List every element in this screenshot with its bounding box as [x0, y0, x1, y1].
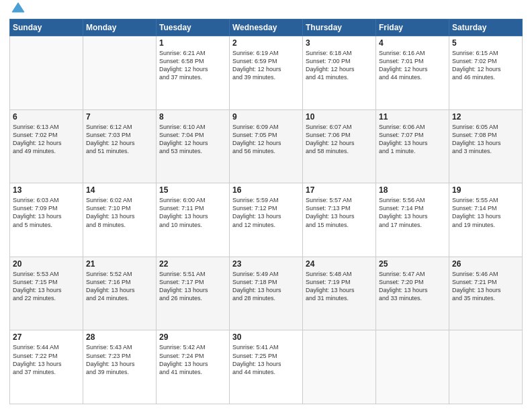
- calendar-day-cell: 24Sunrise: 5:48 AM Sunset: 7:19 PM Dayli…: [303, 257, 376, 330]
- day-info: Sunrise: 6:02 AM Sunset: 7:10 PM Dayligh…: [86, 196, 153, 229]
- day-number: 15: [159, 185, 226, 195]
- day-number: 23: [232, 259, 300, 269]
- calendar-day-cell: 20Sunrise: 5:53 AM Sunset: 7:15 PM Dayli…: [10, 257, 83, 330]
- calendar-week-row: 13Sunrise: 6:03 AM Sunset: 7:09 PM Dayli…: [10, 183, 523, 257]
- day-info: Sunrise: 5:52 AM Sunset: 7:16 PM Dayligh…: [86, 270, 153, 303]
- day-info: Sunrise: 6:16 AM Sunset: 7:01 PM Dayligh…: [379, 49, 446, 82]
- day-number: 30: [232, 332, 300, 342]
- calendar-day-cell: 12Sunrise: 6:05 AM Sunset: 7:08 PM Dayli…: [449, 109, 523, 183]
- day-info: Sunrise: 5:44 AM Sunset: 7:22 PM Dayligh…: [13, 343, 80, 376]
- weekday-header: Monday: [83, 19, 157, 36]
- weekday-header: Friday: [376, 19, 449, 36]
- day-info: Sunrise: 6:12 AM Sunset: 7:03 PM Dayligh…: [86, 123, 153, 156]
- day-info: Sunrise: 5:51 AM Sunset: 7:17 PM Dayligh…: [159, 270, 226, 303]
- day-info: Sunrise: 5:48 AM Sunset: 7:19 PM Dayligh…: [306, 270, 373, 303]
- day-number: 9: [232, 112, 300, 122]
- calendar-day-cell: 18Sunrise: 5:56 AM Sunset: 7:14 PM Dayli…: [376, 183, 449, 257]
- day-number: 14: [86, 185, 153, 195]
- calendar-day-cell: 5Sunrise: 6:15 AM Sunset: 7:02 PM Daylig…: [449, 36, 523, 110]
- day-number: 19: [452, 185, 519, 195]
- logo: [9, 7, 26, 13]
- weekday-header: Sunday: [10, 19, 83, 36]
- calendar-week-row: 6Sunrise: 6:13 AM Sunset: 7:02 PM Daylig…: [10, 109, 523, 183]
- day-info: Sunrise: 5:43 AM Sunset: 7:23 PM Dayligh…: [86, 343, 153, 376]
- calendar-day-cell: 22Sunrise: 5:51 AM Sunset: 7:17 PM Dayli…: [157, 257, 230, 330]
- day-number: 6: [13, 112, 80, 122]
- weekday-header: Wednesday: [230, 19, 303, 36]
- calendar-day-cell: 23Sunrise: 5:49 AM Sunset: 7:18 PM Dayli…: [230, 257, 303, 330]
- day-info: Sunrise: 6:00 AM Sunset: 7:11 PM Dayligh…: [159, 196, 226, 229]
- day-number: 18: [379, 185, 446, 195]
- calendar-day-cell: 26Sunrise: 5:46 AM Sunset: 7:21 PM Dayli…: [449, 257, 523, 330]
- calendar-day-cell: 10Sunrise: 6:07 AM Sunset: 7:06 PM Dayli…: [303, 109, 376, 183]
- logo-text: [9, 7, 26, 13]
- calendar-day-cell: 14Sunrise: 6:02 AM Sunset: 7:10 PM Dayli…: [83, 183, 157, 257]
- day-info: Sunrise: 5:56 AM Sunset: 7:14 PM Dayligh…: [379, 196, 446, 229]
- header: [9, 7, 523, 13]
- weekday-header: Tuesday: [157, 19, 230, 36]
- calendar-day-cell: 21Sunrise: 5:52 AM Sunset: 7:16 PM Dayli…: [83, 257, 157, 330]
- calendar-day-cell: 1Sunrise: 6:21 AM Sunset: 6:58 PM Daylig…: [157, 36, 230, 110]
- day-info: Sunrise: 6:13 AM Sunset: 7:02 PM Dayligh…: [13, 123, 80, 156]
- day-info: Sunrise: 5:42 AM Sunset: 7:24 PM Dayligh…: [159, 343, 226, 376]
- day-number: 13: [13, 185, 80, 195]
- calendar-table: SundayMondayTuesdayWednesdayThursdayFrid…: [9, 19, 523, 404]
- calendar-day-cell: 25Sunrise: 5:47 AM Sunset: 7:20 PM Dayli…: [376, 257, 449, 330]
- day-number: 16: [232, 185, 300, 195]
- calendar-day-cell: [303, 330, 376, 404]
- day-number: 24: [306, 259, 373, 269]
- day-info: Sunrise: 6:09 AM Sunset: 7:05 PM Dayligh…: [232, 123, 300, 156]
- page-container: SundayMondayTuesdayWednesdayThursdayFrid…: [0, 0, 532, 411]
- day-info: Sunrise: 5:55 AM Sunset: 7:14 PM Dayligh…: [452, 196, 519, 229]
- calendar-day-cell: 13Sunrise: 6:03 AM Sunset: 7:09 PM Dayli…: [10, 183, 83, 257]
- calendar-week-row: 27Sunrise: 5:44 AM Sunset: 7:22 PM Dayli…: [10, 330, 523, 404]
- day-info: Sunrise: 5:53 AM Sunset: 7:15 PM Dayligh…: [13, 270, 80, 303]
- weekday-header: Thursday: [303, 19, 376, 36]
- day-info: Sunrise: 6:21 AM Sunset: 6:58 PM Dayligh…: [159, 49, 226, 82]
- calendar-header-row: SundayMondayTuesdayWednesdayThursdayFrid…: [10, 19, 523, 36]
- day-number: 11: [379, 112, 446, 122]
- calendar-day-cell: 15Sunrise: 6:00 AM Sunset: 7:11 PM Dayli…: [157, 183, 230, 257]
- day-number: 8: [159, 112, 226, 122]
- day-number: 10: [306, 112, 373, 122]
- day-info: Sunrise: 5:46 AM Sunset: 7:21 PM Dayligh…: [452, 270, 519, 303]
- calendar-day-cell: 30Sunrise: 5:41 AM Sunset: 7:25 PM Dayli…: [230, 330, 303, 404]
- calendar-day-cell: 28Sunrise: 5:43 AM Sunset: 7:23 PM Dayli…: [83, 330, 157, 404]
- day-number: 28: [86, 332, 153, 342]
- day-number: 1: [159, 38, 226, 48]
- day-info: Sunrise: 6:15 AM Sunset: 7:02 PM Dayligh…: [452, 49, 519, 82]
- logo-icon: [11, 1, 26, 13]
- calendar-day-cell: 2Sunrise: 6:19 AM Sunset: 6:59 PM Daylig…: [230, 36, 303, 110]
- calendar-day-cell: 17Sunrise: 5:57 AM Sunset: 7:13 PM Dayli…: [303, 183, 376, 257]
- day-info: Sunrise: 6:18 AM Sunset: 7:00 PM Dayligh…: [306, 49, 373, 82]
- calendar-day-cell: 6Sunrise: 6:13 AM Sunset: 7:02 PM Daylig…: [10, 109, 83, 183]
- calendar-day-cell: 7Sunrise: 6:12 AM Sunset: 7:03 PM Daylig…: [83, 109, 157, 183]
- day-number: 17: [306, 185, 373, 195]
- calendar-week-row: 20Sunrise: 5:53 AM Sunset: 7:15 PM Dayli…: [10, 257, 523, 330]
- svg-marker-0: [12, 3, 24, 12]
- day-info: Sunrise: 5:49 AM Sunset: 7:18 PM Dayligh…: [232, 270, 300, 303]
- calendar-day-cell: 9Sunrise: 6:09 AM Sunset: 7:05 PM Daylig…: [230, 109, 303, 183]
- day-info: Sunrise: 5:57 AM Sunset: 7:13 PM Dayligh…: [306, 196, 373, 229]
- weekday-header: Saturday: [449, 19, 523, 36]
- calendar-day-cell: 27Sunrise: 5:44 AM Sunset: 7:22 PM Dayli…: [10, 330, 83, 404]
- calendar-day-cell: 16Sunrise: 5:59 AM Sunset: 7:12 PM Dayli…: [230, 183, 303, 257]
- day-info: Sunrise: 6:19 AM Sunset: 6:59 PM Dayligh…: [232, 49, 300, 82]
- day-info: Sunrise: 6:10 AM Sunset: 7:04 PM Dayligh…: [159, 123, 226, 156]
- day-number: 12: [452, 112, 519, 122]
- calendar-day-cell: [83, 36, 157, 110]
- calendar-day-cell: [376, 330, 449, 404]
- day-info: Sunrise: 6:06 AM Sunset: 7:07 PM Dayligh…: [379, 123, 446, 156]
- calendar-day-cell: 29Sunrise: 5:42 AM Sunset: 7:24 PM Dayli…: [157, 330, 230, 404]
- day-number: 26: [452, 259, 519, 269]
- day-number: 22: [159, 259, 226, 269]
- day-number: 5: [452, 38, 519, 48]
- day-number: 4: [379, 38, 446, 48]
- calendar-day-cell: 8Sunrise: 6:10 AM Sunset: 7:04 PM Daylig…: [157, 109, 230, 183]
- calendar-day-cell: [449, 330, 523, 404]
- calendar-day-cell: 3Sunrise: 6:18 AM Sunset: 7:00 PM Daylig…: [303, 36, 376, 110]
- calendar-day-cell: 11Sunrise: 6:06 AM Sunset: 7:07 PM Dayli…: [376, 109, 449, 183]
- day-number: 25: [379, 259, 446, 269]
- day-info: Sunrise: 5:47 AM Sunset: 7:20 PM Dayligh…: [379, 270, 446, 303]
- day-number: 20: [13, 259, 80, 269]
